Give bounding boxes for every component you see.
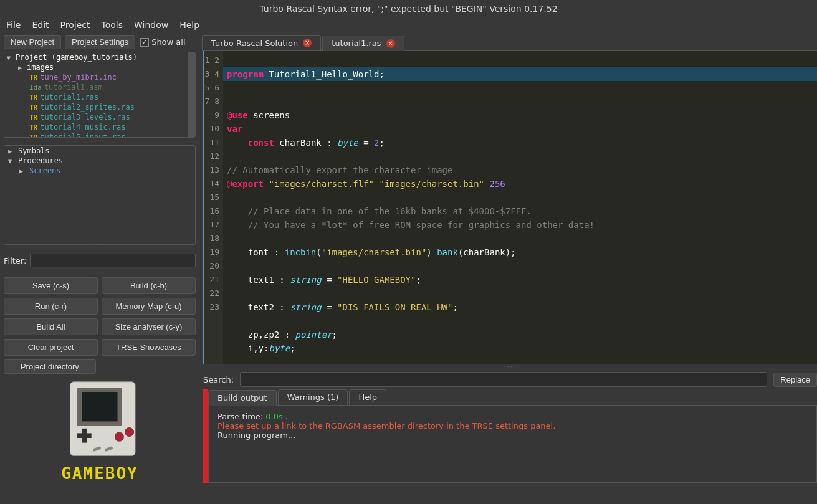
run-button[interactable]: Run (c-r) — [4, 298, 98, 315]
tab-help[interactable]: Help — [349, 389, 386, 405]
build-button[interactable]: Build (c-b) — [102, 277, 196, 294]
search-input[interactable] — [240, 372, 767, 387]
symbols-tree[interactable]: ▶Symbols ▼Procedures ▶Screens — [4, 145, 196, 245]
splitter[interactable]: ······ — [4, 271, 196, 276]
parse-time-suffix: . — [283, 412, 288, 421]
code-editor[interactable]: 1 2 3 4 5 6 7 8 9 10 11 12 13 14 15 16 1… — [203, 51, 817, 364]
check-icon: ✓ — [140, 38, 149, 47]
clear-project-button[interactable]: Clear project — [4, 339, 98, 356]
file-item[interactable]: TRtutorial4_music.ras — [4, 122, 195, 132]
tab-getLabel: Turbo Rascal Solution — [211, 39, 298, 48]
close-icon[interactable]: × — [303, 39, 312, 47]
svg-rect-2 — [82, 392, 118, 422]
project-directory-button[interactable]: Project directory — [4, 359, 96, 374]
menu-tools[interactable]: Tools — [101, 20, 123, 30]
platform-label: GAMEBOY — [61, 464, 138, 483]
svg-rect-6 — [82, 429, 87, 443]
output-panel: Build output Warnings (1) Help Parse tim… — [203, 389, 817, 483]
splitter[interactable]: ······ — [4, 245, 196, 250]
parse-time-value: 0.0s — [265, 412, 282, 421]
replace-button[interactable]: Replace — [773, 373, 817, 387]
file-item[interactable]: Idatutorial1.asm — [4, 82, 195, 92]
menu-help[interactable]: Help — [179, 20, 199, 30]
line-gutter: 1 2 3 4 5 6 7 8 9 10 11 12 13 14 15 16 1… — [204, 51, 223, 364]
menu-file[interactable]: File — [6, 20, 21, 30]
code-content[interactable]: program Tutorial1_Hello_World; @use scre… — [223, 51, 817, 364]
project-settings-button[interactable]: Project Settings — [65, 35, 135, 49]
build-all-button[interactable]: Build All — [4, 318, 98, 335]
svg-point-4 — [125, 427, 134, 437]
menu-project[interactable]: Project — [60, 20, 90, 30]
trse-showcases-button[interactable]: TRSE Showcases — [102, 339, 196, 356]
right-panel: Turbo Rascal Solution × tutorial1.ras × … — [199, 35, 817, 483]
project-tree[interactable]: ▼Project (gameboy_tutorials) ▶images TRt… — [4, 52, 196, 138]
running-message: Running program... — [217, 430, 808, 440]
splitter[interactable]: ······ — [203, 364, 817, 369]
splitter[interactable]: ······ — [4, 138, 196, 143]
tab-warnings[interactable]: Warnings (1) — [278, 389, 348, 405]
error-message: Please set up a link to the RGBASM assem… — [217, 421, 808, 430]
platform-image: GAMEBOY — [4, 379, 196, 483]
tab-file[interactable]: tutorial1.ras × — [322, 36, 404, 51]
symbols-node[interactable]: Symbols — [18, 146, 50, 155]
close-icon[interactable]: × — [386, 39, 395, 48]
show-all-checkbox[interactable]: ✓ Show all — [140, 37, 185, 47]
tab-label: tutorial1.ras — [332, 39, 381, 48]
show-all-label: Show all — [151, 37, 185, 47]
search-label: Search: — [203, 375, 234, 384]
menubar: File Edit Project Tools Window Help — [0, 17, 817, 35]
tab-build-output[interactable]: Build output — [208, 390, 277, 406]
file-item[interactable]: TRtutorial1.ras — [4, 92, 195, 102]
output-content[interactable]: Parse time: 0.0s . Please set up a link … — [208, 406, 817, 483]
file-item[interactable]: TRtutorial3_levels.ras — [4, 112, 195, 122]
scrollbar[interactable] — [188, 52, 195, 137]
file-item[interactable]: TRtune_by_mibri.inc — [4, 72, 195, 82]
folder-images[interactable]: images — [27, 63, 54, 72]
gameboy-icon — [41, 379, 159, 462]
left-panel: New Project Project Settings ✓ Show all … — [0, 35, 199, 483]
tree-root[interactable]: Project (gameboy_tutorials) — [16, 53, 137, 62]
menu-window[interactable]: Window — [134, 20, 168, 30]
new-project-button[interactable]: New Project — [4, 35, 61, 49]
size-analyser-button[interactable]: Size analyser (c-y) — [102, 318, 196, 335]
filter-input[interactable] — [30, 254, 196, 267]
editor-tabs: Turbo Rascal Solution × tutorial1.ras × — [202, 35, 817, 51]
tab-solution[interactable]: Turbo Rascal Solution × — [202, 35, 321, 50]
screens-node[interactable]: Screens — [29, 166, 61, 175]
menu-edit[interactable]: Edit — [32, 20, 49, 30]
parse-time-label: Parse time: — [217, 412, 265, 421]
memory-map-button[interactable]: Memory Map (c-u) — [102, 298, 196, 315]
file-item[interactable]: TRtutorial5_input.ras — [4, 132, 195, 138]
window-title: Turbo Rascal Syntax error, ";" expected … — [0, 0, 817, 17]
error-indicator — [203, 389, 208, 483]
procedures-node[interactable]: Procedures — [18, 156, 63, 165]
svg-point-3 — [115, 432, 124, 442]
save-button[interactable]: Save (c-s) — [4, 277, 98, 294]
file-item[interactable]: TRtutorial2_sprites.ras — [4, 102, 195, 112]
filter-label: Filter: — [4, 256, 26, 265]
